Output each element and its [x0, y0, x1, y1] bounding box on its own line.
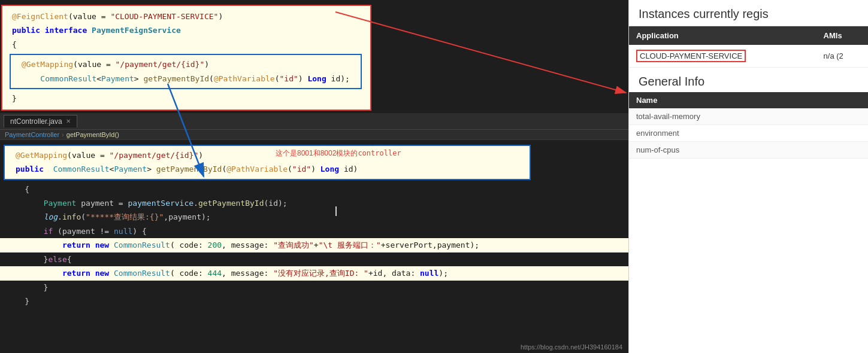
- close-brace-1: }: [0, 281, 628, 294]
- list-item: total-avail-memory: [629, 108, 868, 125]
- get-mapping-box-2: @GetMapping(value = "/payment/get/{id}")…: [4, 145, 531, 180]
- instances-title: Instances currently regis: [639, 7, 858, 21]
- tab-bar: ntController.java ✕: [0, 113, 628, 130]
- instances-table-header-row: Application AMIs: [629, 26, 868, 45]
- tab-controller[interactable]: ntController.java ✕: [4, 115, 77, 127]
- general-info-table: Name total-avail-memoryenvironmentnum-of…: [629, 92, 868, 159]
- code-brace: {: [0, 182, 628, 196]
- info-table-header-row: Name: [629, 92, 868, 108]
- tab-label: ntController.java: [10, 117, 62, 126]
- code-panel: @FeignClient(value = "CLOUD-PAYMENT-SERV…: [0, 0, 628, 353]
- code-body: { Payment payment = paymentService.getPa…: [0, 182, 628, 309]
- right-panel: Instances currently regis Application AM…: [628, 0, 868, 353]
- info-name-cell: total-avail-memory: [629, 108, 868, 125]
- method-signature-1: CommonResult<Payment> getPaymentById(@Pa…: [16, 72, 356, 86]
- get-mapping-box-1: @GetMapping(value = "/payment/get/{id}")…: [10, 54, 362, 89]
- col-name: Name: [629, 92, 868, 108]
- breadcrumb-bar: PaymentController › getPaymentById(): [0, 130, 628, 140]
- brace-close-line: }: [6, 92, 365, 105]
- interface-line: public interface PaymentFeignService: [6, 23, 365, 37]
- instances-header: Instances currently regis: [629, 0, 868, 26]
- service-name-cell: CLOUD-PAYMENT-SERVICE: [629, 45, 816, 68]
- if-line: if (payment != null) {: [0, 224, 628, 238]
- col-application: Application: [629, 26, 816, 45]
- chinese-comment: 这个是8001和8002模块的controller: [276, 148, 401, 159]
- breadcrumb-controller: PaymentController: [5, 131, 59, 138]
- info-name-cell: environment: [629, 125, 868, 142]
- service-name-badge: CLOUD-PAYMENT-SERVICE: [636, 50, 746, 62]
- breadcrumb-method: getPaymentById(): [66, 131, 119, 138]
- return-line-2: return new CommonResult( code: 444, mess…: [0, 266, 628, 280]
- payment-line: Payment payment = paymentService.getPaym…: [0, 196, 628, 210]
- log-line: log.info("*****查询结果:{}",payment);: [0, 210, 628, 224]
- feign-client-box: @FeignClient(value = "CLOUD-PAYMENT-SERV…: [1, 5, 371, 111]
- info-name-cell: num-of-cpus: [629, 142, 868, 159]
- instances-table: Application AMIs CLOUD-PAYMENT-SERVICE n…: [629, 26, 868, 68]
- return-line-1: return new CommonResult( code: 200, mess…: [0, 238, 628, 252]
- list-item: environment: [629, 125, 868, 142]
- table-row[interactable]: CLOUD-PAYMENT-SERVICE n/a (2: [629, 45, 868, 68]
- service-amis-cell: n/a (2: [816, 45, 868, 68]
- else-line: }else{: [0, 252, 628, 266]
- brace-open-line: {: [6, 38, 365, 51]
- breadcrumb-separator: ›: [62, 131, 64, 138]
- general-info-title: General Info: [639, 75, 858, 89]
- close-brace-2: }: [0, 294, 628, 308]
- get-mapping-annotation-2: @GetMapping(value = "/payment/get/{id}"): [10, 148, 525, 162]
- method-signature-2: public CommonResult<Payment> getPaymentB…: [10, 162, 525, 176]
- cursor: [335, 206, 337, 216]
- get-mapping-annotation-1: @GetMapping(value = "/payment/get/{id}"): [16, 57, 356, 71]
- list-item: num-of-cpus: [629, 142, 868, 159]
- general-info-header: General Info: [629, 68, 868, 92]
- url-bar: https://blog.csdn.net/JH394160184: [521, 343, 622, 351]
- col-amis: AMIs: [816, 26, 868, 45]
- close-icon[interactable]: ✕: [66, 118, 71, 124]
- feign-annotation-line: @FeignClient(value = "CLOUD-PAYMENT-SERV…: [6, 10, 365, 23]
